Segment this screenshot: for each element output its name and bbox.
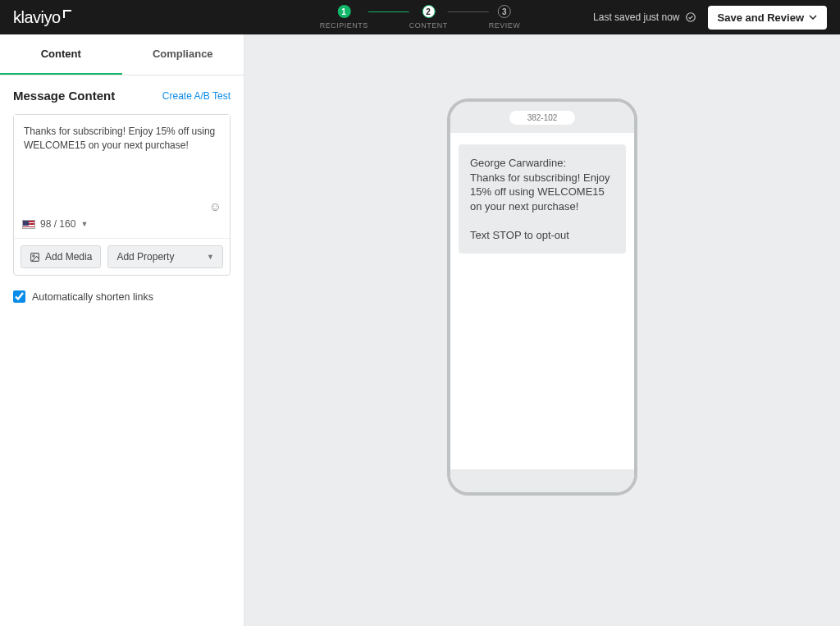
phone-screen: George Carwardine: Thanks for subscribin… xyxy=(450,133,634,469)
save-button-label: Save and Review xyxy=(718,11,805,24)
tab-content[interactable]: Content xyxy=(0,34,122,75)
step-number: 2 xyxy=(422,5,435,18)
brand-logo-text: klaviyo xyxy=(13,8,61,27)
step-number: 3 xyxy=(498,5,511,18)
chevron-down-icon xyxy=(809,13,817,21)
editor-action-row: Add Media Add Property ▼ xyxy=(14,238,230,275)
message-textarea[interactable] xyxy=(14,115,230,197)
emoji-picker-icon[interactable]: ☺ xyxy=(209,199,221,213)
sidebar-tabs: Content Compliance xyxy=(0,34,244,75)
step-number: 1 xyxy=(337,5,350,18)
main-layout: Content Compliance Message Content Creat… xyxy=(0,34,840,626)
last-saved-label: Last saved just now xyxy=(593,11,696,23)
step-recipients[interactable]: 1 RECIPIENTS xyxy=(320,5,368,30)
step-content[interactable]: 2 CONTENT xyxy=(409,5,448,30)
step-label: REVIEW xyxy=(489,21,521,30)
image-icon xyxy=(30,252,40,263)
message-editor-card: ☺ 98 / 160 ▼ Add Media Add Property ▼ xyxy=(13,114,231,276)
create-ab-test-link[interactable]: Create A/B Test xyxy=(162,90,231,102)
checkbox-label: Automatically shorten links xyxy=(32,291,153,303)
step-label: RECIPIENTS xyxy=(320,21,368,30)
step-review[interactable]: 3 REVIEW xyxy=(489,5,521,30)
tab-label: Content xyxy=(41,48,81,60)
button-label: Add Media xyxy=(45,251,92,263)
save-and-review-button[interactable]: Save and Review xyxy=(708,6,828,30)
header-right: Last saved just now Save and Review xyxy=(593,6,827,30)
panel-header: Message Content Create A/B Test xyxy=(13,89,231,103)
phone-frame: 382-102 George Carwardine: Thanks for su… xyxy=(447,98,637,496)
sender-number-pill: 382-102 xyxy=(509,111,576,125)
svg-point-2 xyxy=(33,254,34,256)
shorten-links-checkbox[interactable] xyxy=(13,290,25,303)
wizard-stepper: 1 RECIPIENTS 2 CONTENT 3 REVIEW xyxy=(320,5,521,30)
svg-point-0 xyxy=(686,13,695,22)
phone-statusbar: 382-102 xyxy=(450,102,634,133)
chevron-down-icon[interactable]: ▼ xyxy=(80,220,88,228)
button-label: Add Property xyxy=(116,251,174,263)
editor-sidebar: Content Compliance Message Content Creat… xyxy=(0,34,244,626)
sms-bubble: George Carwardine: Thanks for subscribin… xyxy=(459,144,626,254)
app-header: klaviyo 1 RECIPIENTS 2 CONTENT 3 REVIEW … xyxy=(0,0,840,34)
last-saved-text: Last saved just now xyxy=(593,11,679,23)
tab-label: Compliance xyxy=(153,48,213,60)
check-circle-icon xyxy=(685,11,696,23)
us-flag-icon[interactable] xyxy=(22,220,35,229)
panel-title: Message Content xyxy=(13,89,115,103)
shorten-links-row[interactable]: Automatically shorten links xyxy=(13,276,231,303)
brand-logo: klaviyo xyxy=(13,8,71,27)
char-counter: 98 / 160 xyxy=(40,218,75,230)
emoji-row: ☺ xyxy=(14,199,230,213)
add-media-button[interactable]: Add Media xyxy=(21,245,101,268)
preview-area: 382-102 George Carwardine: Thanks for su… xyxy=(244,34,840,626)
char-counter-row: 98 / 160 ▼ xyxy=(14,213,230,238)
add-property-button[interactable]: Add Property ▼ xyxy=(107,245,223,268)
chevron-down-icon: ▼ xyxy=(207,253,214,261)
content-panel: Message Content Create A/B Test ☺ 98 / 1… xyxy=(0,75,244,316)
step-label: CONTENT xyxy=(409,21,448,30)
brand-logo-mark-icon xyxy=(63,10,71,18)
tab-compliance[interactable]: Compliance xyxy=(122,34,244,75)
phone-bottom-bar xyxy=(450,469,634,492)
step-connector-icon xyxy=(368,11,409,12)
step-connector-icon xyxy=(448,11,489,12)
